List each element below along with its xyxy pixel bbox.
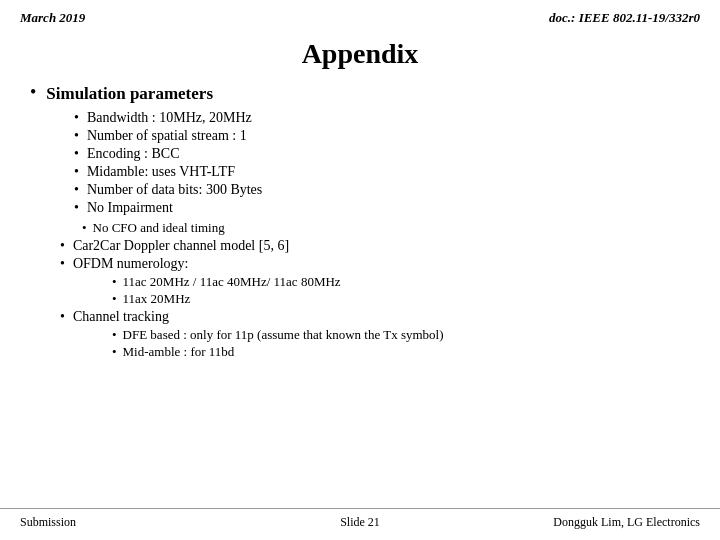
list-item: • 11ac 20MHz / 11ac 40MHz/ 11ac 80MHz (112, 274, 690, 290)
bullet-dot: • (30, 82, 36, 103)
footer-left: Submission (20, 515, 76, 530)
list-item: • Bandwidth : 10MHz, 20MHz (74, 110, 690, 126)
main-bullet-simulation: • Simulation parameters (30, 84, 690, 104)
list-item: • No Impairment (74, 200, 690, 216)
list-item: • Number of data bits: 300 Bytes (74, 182, 690, 198)
page-title: Appendix (0, 38, 720, 70)
content-area: • Simulation parameters • Bandwidth : 10… (0, 84, 720, 360)
list-item: • Encoding : BCC (74, 146, 690, 162)
list-item: • Mid-amble : for 11bd (112, 344, 690, 360)
simulation-label: Simulation parameters (46, 84, 213, 104)
simulation-sub-list: • Bandwidth : 10MHz, 20MHz • Number of s… (74, 110, 690, 216)
no-impairment-sub-list: • No CFO and ideal timing (82, 220, 690, 236)
list-item: • DFE based : only for 11p (assume that … (112, 327, 690, 343)
channel-tracking-bullet: • Channel tracking • DFE based : only fo… (60, 309, 690, 360)
list-item: • Number of spatial stream : 1 (74, 128, 690, 144)
list-item: • Midamble: uses VHT-LTF (74, 164, 690, 180)
footer-right: Dongguk Lim, LG Electronics (553, 515, 700, 530)
list-item: • 11ax 20MHz (112, 291, 690, 307)
header-left: March 2019 (20, 10, 85, 26)
ofdm-bullet: • OFDM numerology: • 11ac 20MHz / 11ac 4… (60, 256, 690, 307)
ofdm-sub-list: • 11ac 20MHz / 11ac 40MHz/ 11ac 80MHz • … (112, 274, 690, 307)
channel-tracking-sub-list: • DFE based : only for 11p (assume that … (112, 327, 690, 360)
header-right: doc.: IEEE 802.11-19/332r0 (549, 10, 700, 26)
car2car-bullet: • Car2Car Doppler channel model [5, 6] (60, 238, 690, 254)
list-item: • No CFO and ideal timing (82, 220, 690, 236)
footer-center: Slide 21 (340, 509, 380, 530)
